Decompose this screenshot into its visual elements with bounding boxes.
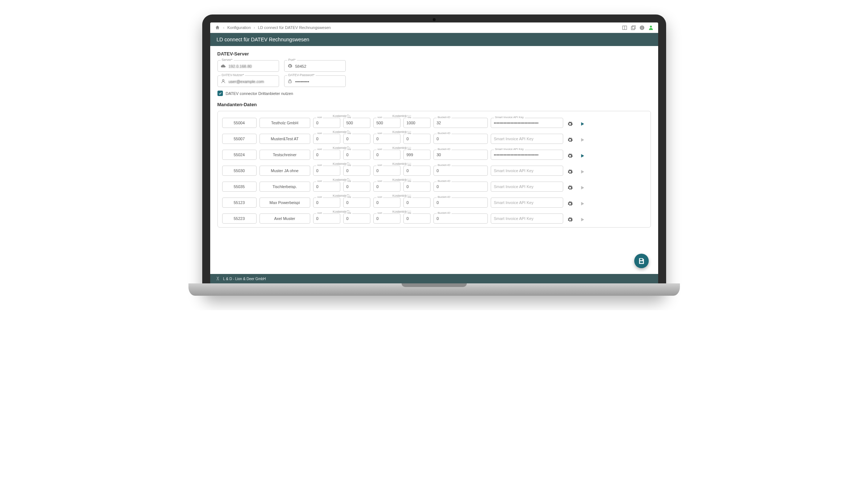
kostentraeger-bis[interactable]: bis [403, 182, 431, 192]
save-fab[interactable] [634, 254, 649, 268]
mandant-name: Muster JA ohne [259, 166, 310, 176]
row-play-icon[interactable] [578, 168, 586, 176]
bucket-id[interactable]: Bucket-ID [433, 166, 488, 176]
footer: L & D - Lion & Deer GmbH [210, 274, 658, 283]
layout-icon[interactable] [622, 25, 628, 30]
row-settings-icon[interactable] [566, 184, 574, 192]
kostenstelle-von[interactable]: von [313, 118, 340, 128]
api-key-input[interactable] [491, 166, 563, 176]
row-play-icon[interactable] [578, 184, 586, 192]
row-settings-icon[interactable] [566, 152, 574, 160]
kostenstelle-bis[interactable]: bis [343, 182, 370, 192]
row-settings-icon[interactable] [566, 216, 574, 224]
deer-icon [215, 276, 220, 281]
gear-icon [287, 63, 292, 68]
user-label: DATEV-Nutzer* [221, 73, 245, 77]
row-settings-icon[interactable] [566, 136, 574, 144]
svg-marker-12 [581, 154, 584, 157]
windows-icon[interactable] [631, 25, 636, 30]
kostenstelle-bis[interactable]: bis [343, 213, 370, 224]
api-key-input[interactable] [491, 182, 563, 192]
svg-rect-2 [632, 25, 635, 29]
home-icon[interactable] [215, 25, 220, 30]
kostenstelle-bis[interactable]: bis [343, 166, 370, 176]
mandant-row: 55007Muster&Test ATvonbisvonbisBucket-ID [222, 134, 646, 144]
api-key-input[interactable]: Smart Invoice API Key [491, 118, 563, 128]
kostentraeger-von[interactable]: von [373, 134, 400, 144]
third-party-checkbox-row[interactable]: DATEV connector Drittanbieter nutzen [217, 91, 651, 96]
bucket-id[interactable]: Bucket-ID [433, 182, 488, 192]
row-settings-icon[interactable] [566, 168, 574, 176]
port-input[interactable] [295, 64, 342, 68]
bucket-id[interactable]: Bucket-ID [433, 118, 488, 128]
svg-marker-14 [581, 186, 584, 189]
kostentraeger-von[interactable]: von [373, 150, 400, 160]
cloud-icon [221, 63, 226, 68]
info-icon[interactable] [639, 25, 645, 30]
bucket-id[interactable]: Bucket-ID [433, 150, 488, 160]
user-avatar-icon[interactable] [648, 25, 654, 30]
port-label: Port* [287, 58, 297, 62]
kostentraeger-von[interactable]: von [373, 213, 400, 224]
mandanten-table: KostenstelleKostenträger55004Testholz Gm… [217, 111, 651, 228]
mandant-id: 55035 [222, 182, 257, 192]
save-icon [638, 257, 645, 265]
page-title: LD connect für DATEV Rechnungswesen [217, 37, 310, 42]
kostentraeger-bis[interactable]: bis [403, 197, 431, 208]
kostentraeger-bis[interactable]: bis [403, 134, 431, 144]
bucket-id[interactable]: Bucket-ID [433, 213, 488, 224]
kostentraeger-von[interactable]: von [373, 118, 400, 128]
kostenstelle-bis[interactable]: bis [343, 197, 370, 208]
svg-rect-9 [288, 81, 291, 83]
kostenstelle-von[interactable]: von [313, 197, 340, 208]
kostentraeger-bis[interactable]: bis [403, 150, 431, 160]
breadcrumb-level1[interactable]: Konfiguration [227, 25, 251, 30]
kostenstelle-bis[interactable]: bis [343, 118, 370, 128]
svg-point-7 [650, 26, 652, 28]
checkbox-label: DATEV connector Drittanbieter nutzen [226, 91, 293, 96]
server-input[interactable] [229, 64, 276, 68]
kostenstelle-von[interactable]: von [313, 182, 340, 192]
user-input[interactable] [229, 79, 276, 84]
kostenstelle-bis[interactable]: bis [343, 134, 370, 144]
row-settings-icon[interactable] [566, 120, 574, 128]
topbar-actions [622, 25, 654, 30]
kostenstelle-von[interactable]: von [313, 134, 340, 144]
kostentraeger-bis[interactable]: bis [403, 213, 431, 224]
row-play-icon[interactable] [578, 200, 586, 208]
api-key-input[interactable] [491, 134, 563, 144]
kostentraeger-bis[interactable]: bis [403, 118, 431, 128]
screen: ‹ Konfiguration › LD connect für DATEV R… [210, 22, 658, 283]
kostentraeger-bis[interactable]: bis [403, 166, 431, 176]
kostentraeger-von[interactable]: von [373, 166, 400, 176]
kostentraeger-von[interactable]: von [373, 182, 400, 192]
port-field[interactable]: Port* [284, 60, 346, 72]
bucket-id[interactable]: Bucket-ID [433, 134, 488, 144]
password-input[interactable] [295, 79, 342, 84]
laptop-base [188, 283, 680, 296]
user-field[interactable]: DATEV-Nutzer* [217, 75, 279, 87]
row-settings-icon[interactable] [566, 200, 574, 208]
row-play-icon[interactable] [578, 216, 586, 224]
kostenstelle-von[interactable]: von [313, 166, 340, 176]
row-play-icon[interactable] [578, 120, 586, 128]
mandant-id: 55024 [222, 150, 257, 160]
kostenstelle-von[interactable]: von [313, 150, 340, 160]
row-play-icon[interactable] [578, 136, 586, 144]
api-key-input[interactable]: Smart Invoice API Key [491, 150, 563, 160]
server-field[interactable]: Server* [217, 60, 279, 72]
mandant-name: Max Powerbeispi [259, 197, 310, 208]
kostenstelle-von[interactable]: von [313, 213, 340, 224]
checkbox-checked-icon[interactable] [217, 91, 223, 96]
topbar: ‹ Konfiguration › LD connect für DATEV R… [210, 22, 658, 33]
kostentraeger-von[interactable]: von [373, 197, 400, 208]
mandant-name: Testholz GmbH [259, 118, 310, 128]
password-label: DATEV-Passwort* [287, 73, 316, 77]
password-field[interactable]: DATEV-Passwort* [284, 75, 346, 87]
bucket-id[interactable]: Bucket-ID [433, 197, 488, 208]
svg-rect-5 [642, 27, 642, 29]
kostenstelle-bis[interactable]: bis [343, 150, 370, 160]
row-play-icon[interactable] [578, 152, 586, 160]
api-key-input[interactable] [491, 197, 563, 208]
api-key-input[interactable] [491, 213, 563, 224]
